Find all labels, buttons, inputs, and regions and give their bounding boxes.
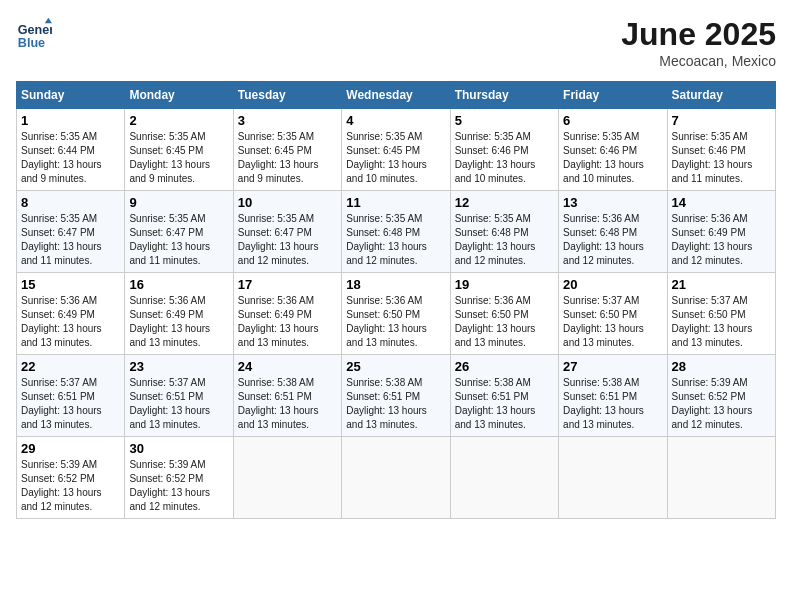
calendar-cell xyxy=(450,437,558,519)
calendar-cell: 4Sunrise: 5:35 AMSunset: 6:45 PMDaylight… xyxy=(342,109,450,191)
calendar-cell: 18Sunrise: 5:36 AMSunset: 6:50 PMDayligh… xyxy=(342,273,450,355)
day-number: 13 xyxy=(563,195,662,210)
logo: General Blue xyxy=(16,16,52,52)
column-header-tuesday: Tuesday xyxy=(233,82,341,109)
calendar-cell: 10Sunrise: 5:35 AMSunset: 6:47 PMDayligh… xyxy=(233,191,341,273)
column-header-monday: Monday xyxy=(125,82,233,109)
day-info: Sunrise: 5:37 AMSunset: 6:50 PMDaylight:… xyxy=(672,295,753,348)
day-info: Sunrise: 5:36 AMSunset: 6:49 PMDaylight:… xyxy=(238,295,319,348)
day-number: 24 xyxy=(238,359,337,374)
calendar-row: 8Sunrise: 5:35 AMSunset: 6:47 PMDaylight… xyxy=(17,191,776,273)
calendar-cell: 5Sunrise: 5:35 AMSunset: 6:46 PMDaylight… xyxy=(450,109,558,191)
day-number: 4 xyxy=(346,113,445,128)
day-number: 5 xyxy=(455,113,554,128)
calendar-cell: 1Sunrise: 5:35 AMSunset: 6:44 PMDaylight… xyxy=(17,109,125,191)
day-info: Sunrise: 5:35 AMSunset: 6:48 PMDaylight:… xyxy=(455,213,536,266)
day-info: Sunrise: 5:35 AMSunset: 6:46 PMDaylight:… xyxy=(563,131,644,184)
calendar-cell: 28Sunrise: 5:39 AMSunset: 6:52 PMDayligh… xyxy=(667,355,775,437)
day-number: 29 xyxy=(21,441,120,456)
day-number: 15 xyxy=(21,277,120,292)
calendar-cell: 13Sunrise: 5:36 AMSunset: 6:48 PMDayligh… xyxy=(559,191,667,273)
day-info: Sunrise: 5:35 AMSunset: 6:47 PMDaylight:… xyxy=(238,213,319,266)
calendar-cell: 22Sunrise: 5:37 AMSunset: 6:51 PMDayligh… xyxy=(17,355,125,437)
day-info: Sunrise: 5:36 AMSunset: 6:48 PMDaylight:… xyxy=(563,213,644,266)
calendar-cell: 21Sunrise: 5:37 AMSunset: 6:50 PMDayligh… xyxy=(667,273,775,355)
day-info: Sunrise: 5:35 AMSunset: 6:46 PMDaylight:… xyxy=(455,131,536,184)
day-number: 18 xyxy=(346,277,445,292)
calendar-cell: 20Sunrise: 5:37 AMSunset: 6:50 PMDayligh… xyxy=(559,273,667,355)
column-header-wednesday: Wednesday xyxy=(342,82,450,109)
calendar-cell: 12Sunrise: 5:35 AMSunset: 6:48 PMDayligh… xyxy=(450,191,558,273)
logo-icon: General Blue xyxy=(16,16,52,52)
calendar-cell: 6Sunrise: 5:35 AMSunset: 6:46 PMDaylight… xyxy=(559,109,667,191)
calendar-cell xyxy=(233,437,341,519)
day-info: Sunrise: 5:38 AMSunset: 6:51 PMDaylight:… xyxy=(238,377,319,430)
day-info: Sunrise: 5:36 AMSunset: 6:49 PMDaylight:… xyxy=(21,295,102,348)
page-header: General Blue June 2025 Mecoacan, Mexico xyxy=(16,16,776,69)
calendar-cell: 2Sunrise: 5:35 AMSunset: 6:45 PMDaylight… xyxy=(125,109,233,191)
calendar-cell: 24Sunrise: 5:38 AMSunset: 6:51 PMDayligh… xyxy=(233,355,341,437)
calendar-cell: 14Sunrise: 5:36 AMSunset: 6:49 PMDayligh… xyxy=(667,191,775,273)
location-title: Mecoacan, Mexico xyxy=(621,53,776,69)
title-area: June 2025 Mecoacan, Mexico xyxy=(621,16,776,69)
day-info: Sunrise: 5:36 AMSunset: 6:50 PMDaylight:… xyxy=(346,295,427,348)
day-number: 10 xyxy=(238,195,337,210)
svg-marker-2 xyxy=(45,18,52,23)
day-number: 12 xyxy=(455,195,554,210)
day-info: Sunrise: 5:39 AMSunset: 6:52 PMDaylight:… xyxy=(21,459,102,512)
calendar-header-row: SundayMondayTuesdayWednesdayThursdayFrid… xyxy=(17,82,776,109)
day-info: Sunrise: 5:36 AMSunset: 6:49 PMDaylight:… xyxy=(129,295,210,348)
day-number: 14 xyxy=(672,195,771,210)
day-info: Sunrise: 5:37 AMSunset: 6:51 PMDaylight:… xyxy=(129,377,210,430)
day-info: Sunrise: 5:39 AMSunset: 6:52 PMDaylight:… xyxy=(672,377,753,430)
day-number: 1 xyxy=(21,113,120,128)
day-number: 3 xyxy=(238,113,337,128)
calendar-cell xyxy=(667,437,775,519)
calendar-body: 1Sunrise: 5:35 AMSunset: 6:44 PMDaylight… xyxy=(17,109,776,519)
day-number: 17 xyxy=(238,277,337,292)
day-number: 6 xyxy=(563,113,662,128)
day-info: Sunrise: 5:35 AMSunset: 6:45 PMDaylight:… xyxy=(129,131,210,184)
calendar-cell: 23Sunrise: 5:37 AMSunset: 6:51 PMDayligh… xyxy=(125,355,233,437)
day-number: 21 xyxy=(672,277,771,292)
calendar-cell: 17Sunrise: 5:36 AMSunset: 6:49 PMDayligh… xyxy=(233,273,341,355)
calendar-cell: 7Sunrise: 5:35 AMSunset: 6:46 PMDaylight… xyxy=(667,109,775,191)
calendar-cell: 26Sunrise: 5:38 AMSunset: 6:51 PMDayligh… xyxy=(450,355,558,437)
calendar-cell xyxy=(342,437,450,519)
calendar-cell: 16Sunrise: 5:36 AMSunset: 6:49 PMDayligh… xyxy=(125,273,233,355)
day-number: 27 xyxy=(563,359,662,374)
calendar-table: SundayMondayTuesdayWednesdayThursdayFrid… xyxy=(16,81,776,519)
day-info: Sunrise: 5:36 AMSunset: 6:49 PMDaylight:… xyxy=(672,213,753,266)
day-info: Sunrise: 5:36 AMSunset: 6:50 PMDaylight:… xyxy=(455,295,536,348)
column-header-friday: Friday xyxy=(559,82,667,109)
column-header-thursday: Thursday xyxy=(450,82,558,109)
day-number: 7 xyxy=(672,113,771,128)
calendar-cell: 8Sunrise: 5:35 AMSunset: 6:47 PMDaylight… xyxy=(17,191,125,273)
calendar-cell: 9Sunrise: 5:35 AMSunset: 6:47 PMDaylight… xyxy=(125,191,233,273)
calendar-cell: 27Sunrise: 5:38 AMSunset: 6:51 PMDayligh… xyxy=(559,355,667,437)
day-info: Sunrise: 5:38 AMSunset: 6:51 PMDaylight:… xyxy=(563,377,644,430)
day-info: Sunrise: 5:39 AMSunset: 6:52 PMDaylight:… xyxy=(129,459,210,512)
day-number: 19 xyxy=(455,277,554,292)
calendar-cell: 15Sunrise: 5:36 AMSunset: 6:49 PMDayligh… xyxy=(17,273,125,355)
day-number: 2 xyxy=(129,113,228,128)
calendar-cell: 30Sunrise: 5:39 AMSunset: 6:52 PMDayligh… xyxy=(125,437,233,519)
day-info: Sunrise: 5:37 AMSunset: 6:50 PMDaylight:… xyxy=(563,295,644,348)
day-info: Sunrise: 5:35 AMSunset: 6:45 PMDaylight:… xyxy=(238,131,319,184)
calendar-row: 15Sunrise: 5:36 AMSunset: 6:49 PMDayligh… xyxy=(17,273,776,355)
day-number: 9 xyxy=(129,195,228,210)
day-info: Sunrise: 5:35 AMSunset: 6:44 PMDaylight:… xyxy=(21,131,102,184)
day-number: 16 xyxy=(129,277,228,292)
month-title: June 2025 xyxy=(621,16,776,53)
calendar-cell: 19Sunrise: 5:36 AMSunset: 6:50 PMDayligh… xyxy=(450,273,558,355)
column-header-saturday: Saturday xyxy=(667,82,775,109)
calendar-row: 22Sunrise: 5:37 AMSunset: 6:51 PMDayligh… xyxy=(17,355,776,437)
day-info: Sunrise: 5:35 AMSunset: 6:47 PMDaylight:… xyxy=(21,213,102,266)
day-info: Sunrise: 5:35 AMSunset: 6:46 PMDaylight:… xyxy=(672,131,753,184)
column-header-sunday: Sunday xyxy=(17,82,125,109)
calendar-cell: 25Sunrise: 5:38 AMSunset: 6:51 PMDayligh… xyxy=(342,355,450,437)
day-info: Sunrise: 5:37 AMSunset: 6:51 PMDaylight:… xyxy=(21,377,102,430)
day-number: 20 xyxy=(563,277,662,292)
calendar-cell: 29Sunrise: 5:39 AMSunset: 6:52 PMDayligh… xyxy=(17,437,125,519)
day-number: 11 xyxy=(346,195,445,210)
